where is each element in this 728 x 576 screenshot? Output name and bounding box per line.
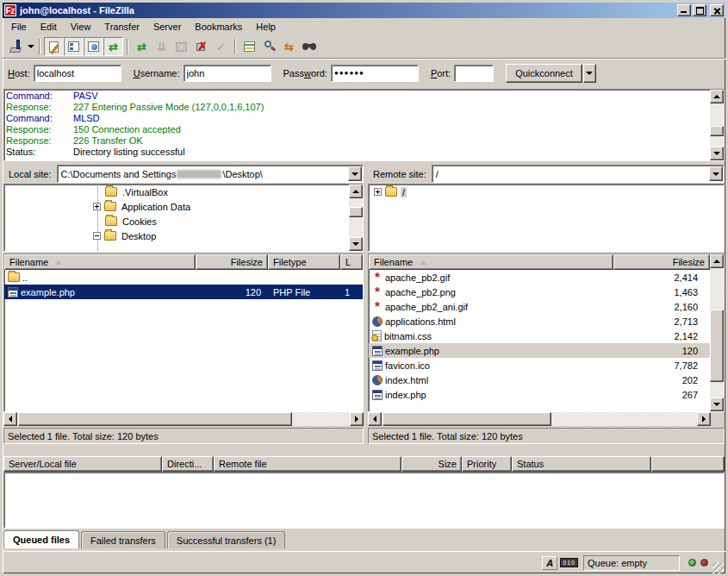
toggle-remote-tree-button[interactable]	[84, 37, 103, 56]
ascii-transfer-type-icon[interactable]: A	[542, 556, 557, 570]
column-header-filesize[interactable]: Filesize	[196, 254, 268, 270]
minimize-button[interactable]	[677, 4, 691, 16]
column-header-filename[interactable]: Filename	[4, 254, 196, 270]
file-row[interactable]: index.html 202	[369, 373, 710, 387]
titlebar[interactable]: Fz john@localhost - FileZilla	[3, 3, 725, 18]
host-input[interactable]	[34, 65, 121, 82]
remote-site-dropdown-button[interactable]	[709, 166, 723, 181]
scroll-down-button[interactable]	[710, 398, 724, 411]
file-row-updir[interactable]: ..	[4, 270, 363, 285]
scroll-down-button[interactable]	[349, 237, 363, 251]
file-size: 2,142	[674, 331, 698, 341]
toggle-local-tree-button[interactable]	[64, 37, 84, 56]
remote-list-hscrollbar[interactable]	[368, 412, 711, 426]
tab-queued-files[interactable]: Queued files	[3, 530, 79, 548]
log-scrollbar[interactable]	[710, 90, 724, 160]
scrollbar-thumb[interactable]	[349, 207, 363, 217]
menu-bookmarks[interactable]: Bookmarks	[188, 20, 249, 34]
resize-grip[interactable]	[712, 562, 724, 573]
php-file-icon	[372, 390, 383, 400]
collapse-minus-icon[interactable]	[93, 232, 101, 240]
remote-site-combo[interactable]: /	[432, 165, 725, 183]
file-row[interactable]: bitnami.css 2,142	[369, 329, 710, 343]
scroll-left-button[interactable]	[368, 412, 382, 426]
scrollbar-thumb[interactable]	[383, 412, 551, 426]
cancel-operation-button[interactable]: x	[171, 37, 191, 56]
column-header-size[interactable]: Size	[401, 456, 462, 472]
scrollbar-thumb[interactable]	[710, 310, 724, 382]
compare-directories-button[interactable]: ⇆	[279, 37, 299, 56]
toggle-message-log-button[interactable]	[44, 37, 64, 56]
disconnect-button[interactable]: ✗	[191, 37, 211, 56]
tab-failed-transfers[interactable]: Failed transfers	[81, 531, 165, 548]
file-row-example-php[interactable]: example.php 120 PHP File 1	[4, 285, 363, 299]
tree-item-virtualbox[interactable]: .VirtualBox	[4, 185, 363, 199]
menu-view[interactable]: View	[64, 20, 98, 34]
refresh-button[interactable]: ⇄	[132, 37, 152, 56]
menu-transfer[interactable]: Transfer	[97, 20, 146, 34]
scroll-right-button[interactable]	[350, 412, 364, 426]
find-files-button[interactable]	[259, 37, 279, 56]
scroll-down-icon	[352, 242, 359, 246]
column-header-filetype[interactable]: Filetype	[268, 254, 340, 270]
scroll-left-button[interactable]	[3, 412, 17, 426]
local-list-hscrollbar[interactable]	[3, 412, 364, 426]
expand-plus-icon[interactable]	[93, 203, 101, 210]
scroll-down-icon	[713, 152, 720, 155]
scroll-up-button[interactable]	[710, 254, 724, 268]
scroll-up-button[interactable]	[710, 90, 724, 103]
column-header-filename[interactable]: Filename	[369, 254, 613, 270]
menu-file[interactable]: File	[4, 20, 34, 34]
column-header-modified[interactable]: L	[340, 254, 363, 270]
column-header-server-local-file[interactable]: Server/Local file	[3, 456, 162, 472]
password-input[interactable]	[331, 65, 419, 82]
local-site-combo[interactable]: C:\Documents and Settings\Desktop\	[57, 165, 364, 183]
reconnect-button[interactable]: ✓	[211, 37, 231, 56]
tab-successful-transfers[interactable]: Successful transfers (1)	[167, 531, 286, 548]
file-row[interactable]: *apache_pb2.png 1,463	[369, 285, 710, 299]
file-row[interactable]: index.php 267	[369, 387, 710, 402]
file-row[interactable]: *apache_pb2.gif 2,414	[369, 270, 710, 285]
menu-edit[interactable]: Edit	[34, 20, 64, 34]
process-queue-button[interactable]: ⇊	[152, 37, 171, 56]
site-manager-button[interactable]	[6, 37, 26, 56]
expand-plus-icon[interactable]	[374, 188, 382, 196]
username-input[interactable]	[184, 65, 271, 82]
remote-list-scrollbar[interactable]	[710, 254, 724, 411]
maximize-button[interactable]	[693, 4, 706, 16]
sync-browsing-button[interactable]	[299, 37, 319, 56]
port-input[interactable]	[454, 65, 494, 82]
file-row[interactable]: favicon.ico 7,782	[369, 358, 710, 373]
filter-button[interactable]	[240, 37, 259, 56]
toggle-queue-button[interactable]: ⇄	[103, 37, 123, 56]
tree-item-label: Application Data	[120, 202, 192, 212]
column-header-filesize[interactable]: Filesize	[613, 254, 710, 270]
column-header-priority[interactable]: Priority	[462, 456, 512, 472]
file-row[interactable]: *apache_pb2_ani.gif 2,160	[369, 299, 710, 314]
column-header-remote-file[interactable]: Remote file	[214, 456, 401, 472]
column-header-direction[interactable]: Directi...	[162, 456, 214, 472]
tree-item-root[interactable]: /	[369, 185, 724, 199]
file-row[interactable]: applications.html 2,713	[369, 314, 710, 329]
tree-item-desktop[interactable]: Desktop	[4, 229, 363, 243]
local-tree-scrollbar[interactable]	[349, 185, 363, 251]
column-header-status[interactable]: Status	[512, 456, 651, 472]
tree-item-cookies[interactable]: Cookies	[4, 214, 363, 229]
disconnect-icon: ✗	[195, 40, 208, 53]
scrollbar-thumb[interactable]	[18, 412, 292, 426]
menu-help[interactable]: Help	[249, 20, 283, 34]
queue-list[interactable]	[3, 472, 725, 529]
menu-server[interactable]: Server	[146, 20, 188, 34]
scroll-down-button[interactable]	[710, 147, 724, 160]
local-site-dropdown-button[interactable]	[348, 166, 362, 181]
quickconnect-dropdown-button[interactable]	[583, 64, 596, 83]
quickconnect-button[interactable]: Quickconnect	[506, 64, 582, 83]
scroll-up-button[interactable]	[349, 185, 363, 198]
site-manager-dropdown-button[interactable]	[26, 37, 35, 56]
close-button[interactable]	[710, 4, 724, 16]
scrollbar-thumb[interactable]	[710, 126, 724, 136]
binary-indicator-icon[interactable]: 010	[560, 558, 578, 567]
scroll-right-button[interactable]	[697, 412, 711, 426]
file-row-selected[interactable]: example.php 120	[369, 343, 710, 358]
tree-item-application-data[interactable]: Application Data	[4, 199, 363, 214]
